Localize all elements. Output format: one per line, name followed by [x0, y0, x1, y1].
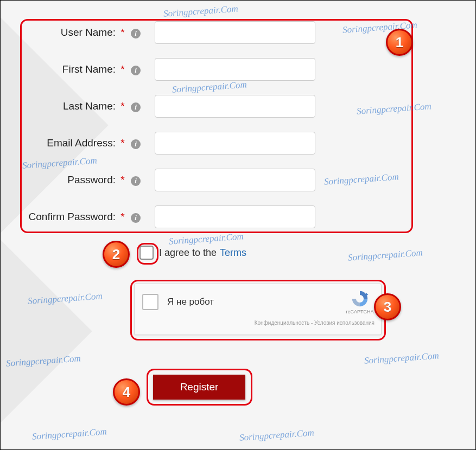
- recaptcha-privacy-link[interactable]: Конфиденциальность: [255, 320, 309, 326]
- recaptcha-sep: -: [309, 320, 314, 326]
- watermark: Soringpcrepair.Com: [31, 426, 107, 442]
- recaptcha-checkbox[interactable]: [142, 294, 158, 310]
- recaptcha-icon: [351, 290, 369, 308]
- label-text: User Name:: [61, 27, 116, 38]
- label-text: Last Name:: [63, 100, 116, 112]
- field-row-firstname: First Name: * i: [20, 58, 411, 81]
- label-lastname: Last Name: * i: [20, 100, 145, 112]
- info-icon[interactable]: i: [131, 176, 141, 186]
- required-mark: *: [120, 63, 124, 75]
- watermark: Soringpcrepair.Com: [239, 427, 314, 443]
- firstname-input[interactable]: [155, 58, 315, 81]
- required-mark: *: [120, 137, 124, 149]
- info-icon[interactable]: i: [131, 139, 141, 149]
- password-input[interactable]: [155, 169, 315, 191]
- field-row-username: User Name: * i: [20, 21, 411, 44]
- recaptcha-footer: Конфиденциальность - Условия использован…: [142, 320, 375, 326]
- label-username: User Name: * i: [20, 27, 145, 38]
- required-mark: *: [120, 211, 124, 222]
- terms-text: I agree to the: [159, 247, 217, 259]
- label-password: Password: * i: [20, 174, 145, 186]
- terms-checkbox[interactable]: [139, 246, 154, 260]
- terms-row: I agree to the Terms: [139, 246, 246, 260]
- lastname-input[interactable]: [155, 95, 315, 118]
- required-mark: *: [120, 100, 124, 112]
- info-icon[interactable]: i: [131, 66, 141, 75]
- label-confirm-password: Confirm Password: * i: [20, 211, 145, 223]
- recaptcha-widget: Я не робот reCAPTCHA Конфиденциальность …: [134, 284, 382, 335]
- email-input[interactable]: [155, 132, 315, 155]
- step-badge-2: 2: [103, 241, 130, 268]
- watermark: Soringpcrepair.Com: [347, 247, 423, 263]
- step-badge-1: 1: [386, 29, 413, 56]
- label-text: Password:: [67, 174, 116, 185]
- required-mark: *: [120, 174, 124, 185]
- watermark: Soringpcrepair.Com: [364, 350, 439, 367]
- step-badge-3: 3: [374, 293, 401, 320]
- info-icon[interactable]: i: [131, 102, 141, 112]
- confirm-password-input[interactable]: [155, 205, 315, 228]
- info-icon[interactable]: i: [131, 213, 141, 223]
- required-mark: *: [120, 27, 124, 38]
- recaptcha-row: Я не робот reCAPTCHA: [142, 290, 375, 314]
- field-row-password: Password: * i: [20, 169, 411, 191]
- step-badge-4: 4: [113, 378, 140, 406]
- label-text: Confirm Password:: [29, 211, 116, 222]
- svg-marker-0: [365, 293, 369, 296]
- label-text: Email Address:: [47, 137, 116, 149]
- username-input[interactable]: [155, 21, 315, 44]
- registration-form: User Name: * i First Name: * i Last Name…: [20, 21, 411, 242]
- label-firstname: First Name: * i: [20, 63, 145, 75]
- terms-link[interactable]: Terms: [220, 247, 246, 259]
- recaptcha-label: Я не робот: [167, 297, 345, 307]
- recaptcha-logo: reCAPTCHA: [345, 290, 375, 314]
- label-text: First Name:: [62, 63, 116, 75]
- watermark: Soringpcrepair.Com: [163, 3, 238, 20]
- recaptcha-brand: reCAPTCHA: [346, 309, 373, 314]
- label-email: Email Address: * i: [20, 137, 145, 149]
- recaptcha-terms-link[interactable]: Условия использования: [314, 320, 375, 326]
- field-row-email: Email Address: * i: [20, 132, 411, 155]
- field-row-lastname: Last Name: * i: [20, 95, 411, 118]
- info-icon[interactable]: i: [131, 29, 141, 38]
- register-button[interactable]: Register: [153, 375, 245, 400]
- field-row-confirm-password: Confirm Password: * i: [20, 205, 411, 228]
